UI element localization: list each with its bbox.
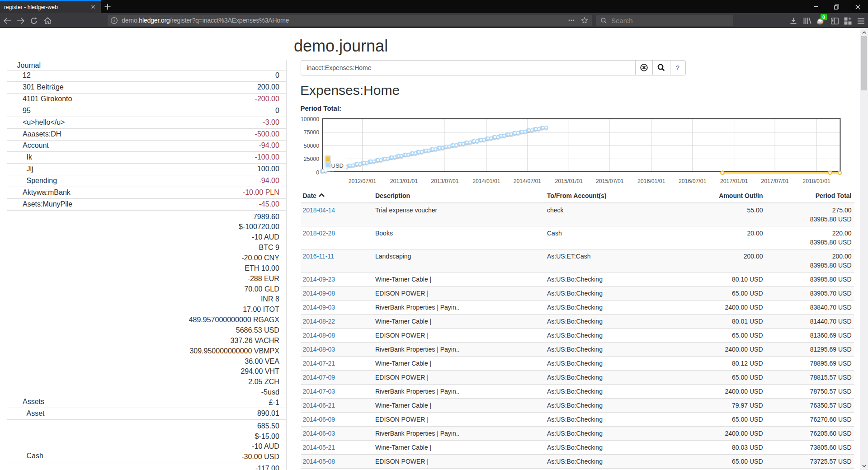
svg-text:2012/07/01: 2012/07/01 [349,178,377,184]
svg-text:2018/01/01: 2018/01/01 [802,178,830,184]
svg-text:2014/01/01: 2014/01/01 [472,178,500,184]
svg-text:0: 0 [316,169,319,176]
svg-text:2015/01/01: 2015/01/01 [555,178,583,184]
svg-text:2015/07/01: 2015/07/01 [596,178,624,184]
svg-text:75000: 75000 [304,129,319,136]
svg-text:2013/07/01: 2013/07/01 [431,178,459,184]
svg-text:2014/07/01: 2014/07/01 [514,178,542,184]
svg-text:2013/01/01: 2013/01/01 [390,178,418,184]
svg-text:2017/01/01: 2017/01/01 [720,178,748,184]
svg-text:USD: USD [331,162,344,169]
svg-text:50000: 50000 [304,143,319,149]
svg-text:2017/07/01: 2017/07/01 [761,178,789,184]
svg-text:100000: 100000 [301,116,319,122]
svg-text:25000: 25000 [304,156,319,162]
svg-text:2016/01/01: 2016/01/01 [637,178,665,184]
svg-text:2016/07/01: 2016/07/01 [679,178,707,184]
